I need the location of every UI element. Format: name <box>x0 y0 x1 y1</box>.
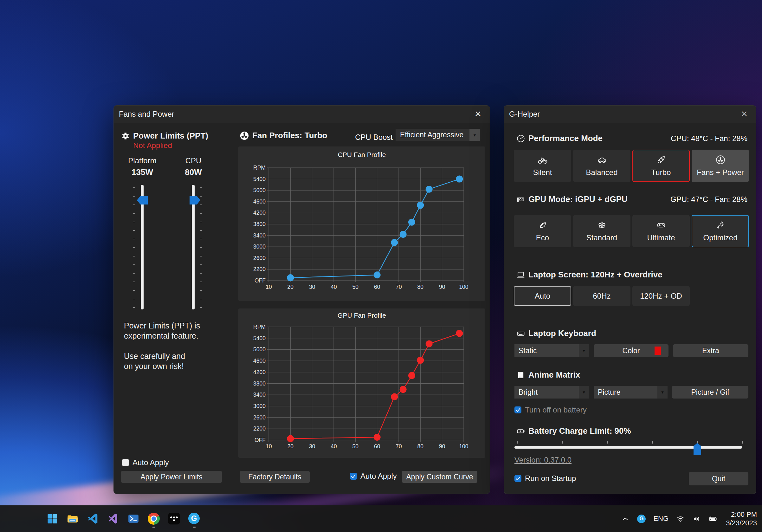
explorer-taskbar-icon[interactable] <box>67 513 79 525</box>
wifi-icon[interactable] <box>676 514 685 523</box>
gpu-fan-chart-panel: GPU Fan Profile 102030405060708090100OFF… <box>238 309 485 458</box>
anime-mode-select[interactable]: Picture <box>594 386 667 399</box>
svg-text:20: 20 <box>287 443 294 450</box>
gpu-fan-curve[interactable]: 102030405060708090100OFF2200260030003400… <box>238 309 485 458</box>
quit-button[interactable]: Quit <box>689 472 748 486</box>
battery-slider-thumb[interactable] <box>694 443 701 455</box>
battery-icon[interactable] <box>709 514 718 523</box>
factory-defaults-button[interactable]: Factory Defaults <box>240 471 310 483</box>
screen-options-60hz[interactable]: 60Hz <box>573 286 631 306</box>
svg-text:40: 40 <box>331 284 337 290</box>
curve-auto-apply-checkbox[interactable] <box>350 473 357 480</box>
power-limits-status: Not Applied <box>133 141 172 150</box>
cpu-temp-status: CPU: 48°C - Fan: 28% <box>671 134 747 143</box>
cpu-boost-select[interactable]: Efficient Aggressive <box>396 129 469 141</box>
svg-text:3400: 3400 <box>253 232 266 239</box>
matrix-icon <box>516 371 525 379</box>
svg-text:2600: 2600 <box>253 415 266 421</box>
tray-chevron-up-icon[interactable] <box>621 514 630 523</box>
button-label: Ultimate <box>647 233 675 242</box>
svg-text:60: 60 <box>374 284 380 290</box>
anime-brightness-select[interactable]: Bright <box>514 386 589 399</box>
optimized-icon <box>716 220 725 230</box>
button-label: Balanced <box>586 168 617 177</box>
perf-modes-fans-power[interactable]: Fans + Power <box>692 150 749 182</box>
performance-mode-buttons: SilentBalancedTurboFans + Power <box>514 150 749 182</box>
performance-mode-heading: Performance Mode <box>516 133 603 143</box>
visual-studio-taskbar-icon[interactable] <box>107 513 119 525</box>
svg-text:3800: 3800 <box>253 221 266 227</box>
battery-slider-ticks <box>517 441 743 443</box>
vscode-taskbar-icon[interactable] <box>87 513 99 525</box>
tidal-taskbar-icon[interactable] <box>168 513 180 525</box>
close-icon[interactable] <box>737 106 751 121</box>
cpu-boost-dropdown-arrow-icon[interactable]: ▾ <box>469 129 480 141</box>
keyboard-mode-select[interactable]: Static <box>514 344 589 357</box>
tray-ghelper-icon[interactable]: G <box>637 514 646 523</box>
car-icon <box>597 155 607 165</box>
system-tray: G ENG 2:00 PM 3/23/2023 <box>621 505 757 532</box>
svg-text:40: 40 <box>331 443 337 450</box>
power-auto-apply-checkbox[interactable] <box>122 459 129 466</box>
keyboard-extra-button[interactable]: Extra <box>673 344 748 357</box>
gpu-modes-eco[interactable]: Eco <box>514 215 571 247</box>
flower-icon <box>597 220 607 230</box>
svg-text:5400: 5400 <box>253 176 266 182</box>
taskbar-icons: G <box>46 505 200 532</box>
svg-text:2200: 2200 <box>253 425 266 432</box>
svg-text:3800: 3800 <box>253 380 266 387</box>
cpu-slider-ticks <box>200 188 202 309</box>
svg-text:4200: 4200 <box>253 369 266 375</box>
svg-text:90: 90 <box>439 284 445 290</box>
gpu-modes-standard[interactable]: Standard <box>573 215 631 247</box>
start-taskbar-icon[interactable] <box>46 513 58 525</box>
run-on-startup-checkbox[interactable] <box>514 475 521 482</box>
ghelper-window: G-Helper Performance Mode CPU: 48°C - Fa… <box>504 105 756 494</box>
screen-options-120hz-od[interactable]: 120Hz + OD <box>632 286 690 306</box>
fans-titlebar[interactable]: Fans and Power <box>114 106 490 123</box>
anime-matrix-heading: Anime Matrix <box>516 370 580 380</box>
screen-options-auto[interactable]: Auto <box>514 286 571 306</box>
apply-custom-curve-button[interactable]: Apply Custom Curve <box>402 471 477 483</box>
ghelper-taskbar-icon[interactable]: G <box>188 513 200 525</box>
svg-text:70: 70 <box>396 284 402 290</box>
cpu-fan-curve[interactable]: 102030405060708090100OFF2200260030003400… <box>238 146 485 301</box>
turn-off-on-battery-checkbox[interactable] <box>514 407 521 414</box>
perf-modes-silent[interactable]: Silent <box>514 150 571 182</box>
svg-text:70: 70 <box>396 443 402 450</box>
gpu-modes-optimized[interactable]: Optimized <box>692 215 749 247</box>
battery-slider-track[interactable] <box>514 446 742 449</box>
gpu-modes-ultimate[interactable]: Ultimate <box>632 215 690 247</box>
platform-slider-thumb[interactable] <box>137 196 148 204</box>
tray-date: 3/23/2023 <box>726 519 757 527</box>
svg-text:10: 10 <box>266 443 272 450</box>
svg-text:4600: 4600 <box>253 198 266 205</box>
keyboard-color-button[interactable]: Color <box>594 344 668 357</box>
svg-text:50: 50 <box>352 443 359 450</box>
power-limits-heading: Power Limits (PPT) <box>121 131 208 141</box>
cpu-boost-label: CPU Boost <box>355 133 393 142</box>
volume-icon[interactable] <box>692 514 701 523</box>
svg-text:RPM: RPM <box>253 165 266 171</box>
anime-picture-gif-button[interactable]: Picture / Gif <box>672 386 748 399</box>
bicycle-icon <box>538 155 548 165</box>
ghelper-titlebar[interactable]: G-Helper <box>504 106 756 123</box>
version-link[interactable]: Version: 0.37.0.0 <box>514 456 572 465</box>
svg-text:OFF: OFF <box>255 277 266 284</box>
svg-text:60: 60 <box>374 443 380 450</box>
powershell-taskbar-icon[interactable] <box>127 513 139 525</box>
perf-modes-balanced[interactable]: Balanced <box>573 150 631 182</box>
svg-text:OFF: OFF <box>255 437 266 443</box>
svg-text:3400: 3400 <box>253 392 266 398</box>
chrome-taskbar-icon[interactable] <box>148 513 160 525</box>
cpu-slider-thumb[interactable] <box>190 196 200 204</box>
perf-modes-turbo[interactable]: Turbo <box>632 150 690 182</box>
tray-language[interactable]: ENG <box>653 514 668 523</box>
svg-text:10: 10 <box>266 284 272 290</box>
close-icon[interactable] <box>471 106 485 121</box>
svg-text:2200: 2200 <box>253 266 266 272</box>
tray-clock[interactable]: 2:00 PM 3/23/2023 <box>726 510 757 527</box>
taskbar: G G ENG 2:00 PM 3/23/2023 <box>0 505 762 532</box>
apply-power-limits-button[interactable]: Apply Power Limits <box>121 471 222 483</box>
battery-charge-heading: Battery Charge Limit: 90% <box>516 426 631 436</box>
